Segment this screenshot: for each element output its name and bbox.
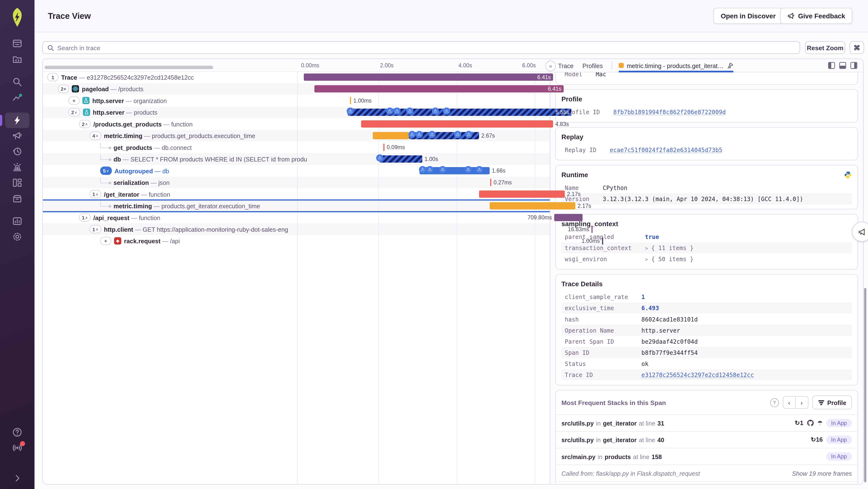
warning-icon[interactable]: ⚠ [454, 131, 461, 138]
sidebar-item-help[interactable] [5, 424, 30, 440]
expand-chip[interactable]: 1 [47, 73, 58, 81]
open-in-discover-button[interactable]: Open in Discover [713, 8, 783, 24]
warning-icon[interactable]: ⚠ [419, 166, 426, 173]
panel-collapse-button[interactable]: » [546, 61, 556, 71]
tab-trace[interactable]: Trace [558, 62, 574, 69]
span-row[interactable]: 2∨http.server—products⚠⚠⚠⚠⚠⚠5.55s [43, 107, 550, 118]
warning-icon[interactable]: ⚠ [408, 131, 416, 138]
span-duration-bar[interactable] [383, 144, 384, 151]
span-row[interactable]: metric.timing—products.get_iterator.exec… [43, 200, 550, 211]
warning-icon[interactable]: ⚠ [386, 107, 394, 115]
sidebar-item-dashboards[interactable] [5, 175, 30, 191]
github-icon[interactable] [807, 420, 814, 427]
sidebar-item-stats[interactable] [5, 213, 30, 229]
sentry-logo-icon[interactable] [9, 7, 26, 27]
span-duration-bar[interactable] [348, 109, 571, 116]
sidebar-item-explore[interactable] [5, 74, 30, 90]
span-row[interactable]: 1∧/api_request—function709.80ms [43, 212, 550, 223]
warning-icon[interactable]: ⚠ [426, 166, 434, 173]
warning-icon[interactable]: ⚠ [432, 107, 439, 115]
sidebar-item-releases[interactable] [5, 191, 30, 206]
warning-icon[interactable]: ⚠ [429, 131, 436, 138]
warning-icon[interactable]: ⚠ [443, 107, 450, 115]
span-duration-bar[interactable] [350, 97, 351, 104]
stack-frame-row[interactable]: Called from: flask/app.py in Flask.dispa… [556, 465, 858, 481]
warning-icon[interactable]: ⚠ [439, 166, 446, 173]
span-row[interactable]: 5∨Autogrouped—db⚠⚠⚠⚠⚠1.66s [43, 165, 550, 176]
expand-chip[interactable]: 1∧ [79, 213, 91, 222]
codeowners-icon[interactable]: ☂ [817, 420, 823, 427]
expand-chip[interactable]: 2+ [58, 85, 69, 93]
expand-chip[interactable]: 4∧ [90, 132, 101, 140]
expand-chip[interactable]: 1∧ [90, 225, 101, 233]
span-duration-bar[interactable] [591, 226, 593, 233]
span-duration-bar[interactable] [373, 132, 409, 139]
span-row[interactable]: 1∧http.client—GET https://application-mo… [43, 223, 550, 235]
sidebar-item-traces[interactable] [5, 113, 30, 128]
search-input[interactable]: Search in trace [42, 41, 800, 54]
span-row[interactable]: 1Trace—e31278c256524c3297e2cd12458e12cc6… [43, 71, 550, 83]
span-duration-bar[interactable] [304, 74, 553, 81]
dock-right-icon[interactable] [850, 62, 858, 69]
row-value[interactable]: >{ 50 items } [642, 253, 852, 264]
expand-chip[interactable]: + [68, 96, 80, 105]
span-row[interactable]: get_products—db.connect0.09ms [43, 141, 550, 153]
expand-chip[interactable]: 1∧ [90, 190, 101, 198]
span-row[interactable]: +http.server—organization1.00ms [43, 95, 550, 106]
sidebar-item-insights[interactable] [5, 90, 30, 106]
dock-left-icon[interactable] [828, 62, 835, 69]
span-duration-bar[interactable] [490, 202, 575, 209]
span-row[interactable]: serialization—json0.27ms [43, 177, 550, 188]
warning-icon[interactable]: ⚠ [476, 166, 483, 173]
sidebar-item-projects[interactable] [5, 51, 30, 67]
span-row[interactable]: db—SELECT * FROM products WHERE id IN (S… [43, 153, 550, 165]
row-value[interactable]: >{ 11 items } [642, 242, 852, 253]
span-duration-bar[interactable] [479, 191, 565, 198]
stack-frame-row[interactable]: src/utils.pyinget_iteratorat line31↻1☂In… [556, 414, 858, 431]
dock-bottom-icon[interactable] [839, 62, 846, 69]
warning-icon[interactable]: ⚠ [465, 131, 472, 138]
profile-button[interactable]: Profile [812, 395, 852, 409]
warning-icon[interactable]: ⚠ [416, 131, 423, 138]
warning-icon[interactable]: ⚠ [347, 107, 354, 115]
warning-icon[interactable]: ⚠ [394, 107, 401, 115]
row-value[interactable]: ecae7c51f0024f2fa82e6314045d73b5 [607, 144, 852, 155]
sidebar-item-alerts[interactable] [5, 159, 30, 175]
reset-zoom-button[interactable]: Reset Zoom [805, 41, 845, 54]
sidebar-item-issues[interactable] [5, 36, 30, 51]
tab-active-span[interactable]: metric.timing - products.get_iterat… [619, 59, 733, 72]
next-stack-button[interactable]: › [796, 396, 808, 409]
pin-icon[interactable] [726, 62, 733, 69]
row-value[interactable]: 8fb7bb1891994f8c862f206e8722009d [610, 107, 852, 118]
sidebar-item-feedback[interactable] [5, 128, 30, 144]
stack-frame-row[interactable]: gunicornin<module>at line8In App [556, 481, 858, 484]
sidebar-item-replays[interactable] [5, 144, 30, 159]
span-duration-bar[interactable] [314, 85, 564, 92]
show-more-frames-link[interactable]: Show 19 more frames [792, 470, 852, 477]
command-key-button[interactable]: ⌘ [850, 41, 864, 54]
stack-frame-row[interactable]: src/utils.pyinget_iteratorat line40↻16In… [556, 431, 858, 448]
expand-chip[interactable]: + [100, 237, 111, 245]
expand-chip[interactable]: 5∨ [100, 167, 112, 175]
warning-icon[interactable]: ⚠ [376, 154, 383, 162]
timeline-scrollbar[interactable] [44, 66, 213, 69]
span-row[interactable]: 1∧/get_iterator—function2.17s [43, 188, 550, 200]
span-row[interactable]: 4∧metric.timing—products.get_products.ex… [43, 130, 550, 141]
help-icon[interactable]: ? [770, 398, 779, 407]
give-feedback-button[interactable]: Give Feedback [780, 8, 852, 24]
span-duration-bar[interactable] [361, 120, 553, 127]
warning-icon[interactable]: ⚠ [465, 166, 472, 173]
span-row[interactable]: 2+pageload—/products6.41s [43, 83, 550, 95]
span-duration-bar[interactable] [554, 214, 583, 221]
page-scrollbar[interactable] [864, 288, 866, 482]
expand-chip[interactable]: 2∨ [68, 108, 80, 117]
sidebar-item-whats-new[interactable] [5, 440, 30, 456]
tab-profiles[interactable]: Profiles [583, 62, 603, 69]
sidebar-item-settings[interactable] [5, 229, 30, 244]
stack-frame-row[interactable]: src/main.pyinproductsat line158In App [556, 448, 858, 464]
span-duration-bar[interactable] [490, 179, 491, 186]
row-value[interactable]: e31278c256524c3297e2cd12458e12cc [638, 369, 852, 380]
sidebar-item-collapse[interactable] [5, 470, 30, 486]
span-duration-bar[interactable] [602, 237, 603, 244]
prev-stack-button[interactable]: ‹ [783, 396, 796, 409]
